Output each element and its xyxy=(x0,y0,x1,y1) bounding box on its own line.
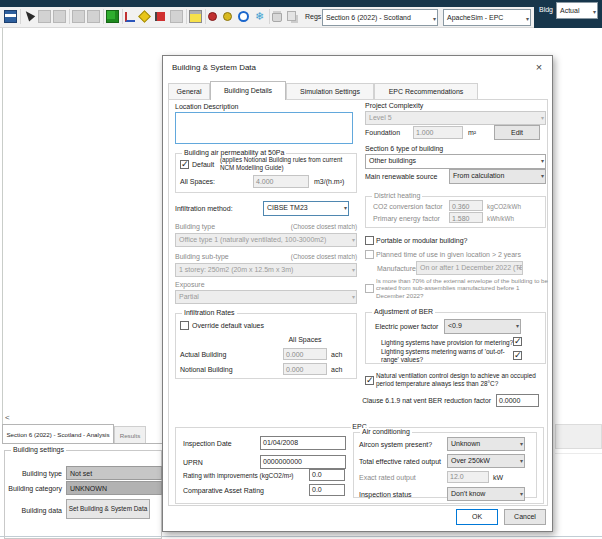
uprn-input[interactable]: 0000000000 xyxy=(260,455,346,469)
portable-modular-checkbox[interactable] xyxy=(365,236,374,245)
building-category-label: Building category xyxy=(0,485,62,492)
calendar-icon[interactable] xyxy=(189,10,202,23)
location-description-input[interactable] xyxy=(175,112,353,144)
rated-output-label: Total effective rated output xyxy=(359,458,441,465)
clock-icon[interactable] xyxy=(238,11,249,22)
key-red-icon[interactable] xyxy=(208,12,217,21)
notional-building-input[interactable]: 0.000 xyxy=(283,363,327,375)
section6-type-dropdown[interactable]: Other buildings xyxy=(365,154,546,169)
default-checkbox[interactable] xyxy=(180,160,189,169)
chevron-down-icon xyxy=(520,455,523,467)
bldg-label: Bldg xyxy=(539,6,553,13)
results-axis-icon[interactable] xyxy=(125,12,135,22)
chevron-down-icon xyxy=(526,12,529,26)
aircon-present-dropdown[interactable]: Unknown xyxy=(447,437,525,451)
chevron-down-icon xyxy=(352,291,355,303)
project-complexity-dropdown: Level 5 xyxy=(365,111,546,125)
set-building-system-data-button[interactable]: Set Building & System Data xyxy=(66,499,150,519)
aircon-present-label: Aircon system present? xyxy=(359,441,432,448)
chevron-down-icon xyxy=(352,234,355,246)
building-subtype-label: Building sub-type xyxy=(175,253,229,260)
tab-general[interactable]: General xyxy=(168,83,210,100)
metering-provision-checkbox[interactable] xyxy=(513,337,522,346)
simulate-icon[interactable] xyxy=(138,10,151,23)
building-system-data-dialog: Building & System Data × General Buildin… xyxy=(162,55,553,532)
toolbar-dark-area: Bldg Actual xyxy=(534,0,602,28)
snowflake-icon[interactable] xyxy=(253,10,266,23)
chevron-down-icon xyxy=(518,262,521,274)
chevron-down-icon xyxy=(593,5,596,19)
natvent-label: Natural ventilation control design to ac… xyxy=(376,372,550,387)
infiltration-rates-title: Infiltration Rates xyxy=(182,309,237,316)
all-spaces-input[interactable]: 4.000 xyxy=(253,175,309,188)
orbit-icon xyxy=(38,10,51,23)
inspection-status-dropdown[interactable]: Don't know xyxy=(447,487,525,501)
key-yellow-icon[interactable] xyxy=(223,12,232,21)
electric-power-factor-label: Electric power factor xyxy=(375,323,438,330)
rated-output-dropdown[interactable]: Over 250kW xyxy=(447,454,525,468)
all-spaces-unit: m3/(h.m²) xyxy=(314,178,344,185)
select-pointer-icon[interactable] xyxy=(23,9,36,22)
pan-icon xyxy=(53,10,66,23)
inspection-date-input[interactable]: 01/04/2008 xyxy=(260,436,346,450)
infiltration-method-dropdown[interactable]: CIBSE TM23 xyxy=(263,201,349,216)
natvent-checkbox[interactable] xyxy=(365,376,374,385)
marker-flag-icon[interactable] xyxy=(155,12,165,21)
override-default-checkbox[interactable] xyxy=(180,321,189,330)
chevron-down-icon xyxy=(520,488,523,500)
edit-button[interactable]: Edit xyxy=(494,125,540,140)
simulation-app-dropdown[interactable]: ApacheSim - EPC xyxy=(443,9,531,26)
foundation-unit: m² xyxy=(468,129,476,136)
co2-factor-label: CO2 conversion factor xyxy=(373,203,443,210)
metering-warns-checkbox[interactable] xyxy=(513,351,522,360)
building-type-label: Building type xyxy=(175,223,215,230)
section6-type-label: Section 6 type of building xyxy=(365,145,443,152)
building-subtype-dropdown: 1 storey: 250m2 (20m x 12.5m x 3m) xyxy=(175,263,357,277)
metering-provision-label: Lighting systems have provision for mete… xyxy=(381,339,513,346)
planned-time-checkbox xyxy=(365,250,374,259)
building-category-value: UNKNOWN xyxy=(66,481,162,495)
rating-improvements-label: Rating with improvements (kgCO2/m²) xyxy=(183,472,294,479)
model-view-icon[interactable] xyxy=(106,10,119,23)
report-icon xyxy=(170,10,183,23)
regs-dropdown[interactable]: Section 6 (2022) - Scotland xyxy=(322,9,438,26)
planned-time-label: Planned time of use in given location > … xyxy=(376,251,521,258)
building-type-value: Not set xyxy=(66,466,162,480)
foundation-label: Foundation xyxy=(365,129,400,136)
infiltration-method-label: Infiltration method: xyxy=(175,205,233,212)
pef-unit: kWh/kWh xyxy=(487,215,514,222)
cancel-button[interactable]: Cancel xyxy=(504,509,546,525)
regs-label: Regs xyxy=(305,13,321,20)
clause-input[interactable]: 0.0000 xyxy=(496,394,539,407)
tab-simulation-settings[interactable]: Simulation Settings xyxy=(286,83,374,100)
exposure-dropdown: Partial xyxy=(175,290,357,304)
comparative-rating-input[interactable]: 0.0 xyxy=(309,484,345,496)
save-icon[interactable] xyxy=(4,10,17,23)
close-icon[interactable]: × xyxy=(531,60,547,76)
building-data-label: Building data xyxy=(0,507,62,514)
adjustment-ber-title: Adjustment of BER xyxy=(372,308,435,315)
bldg-variant-dropdown[interactable]: Actual xyxy=(556,2,598,19)
tab-analysis[interactable]: Section 6 (2022) - Scotland - Analysis xyxy=(2,424,114,443)
copy-icon xyxy=(287,11,296,21)
actual-building-input[interactable]: 0.000 xyxy=(283,348,327,360)
tab-epc-recommendations[interactable]: EPC Recommendations xyxy=(374,83,478,100)
left-border-line xyxy=(2,28,3,426)
foundation-input[interactable]: 1.000 xyxy=(413,126,463,139)
building-type-hint: (Choose closest match) xyxy=(273,223,357,230)
renewable-source-dropdown[interactable]: From calculation xyxy=(449,169,546,184)
electric-power-factor-dropdown[interactable]: <0.9 xyxy=(444,319,521,334)
building-subtype-hint: (Choose closest match) xyxy=(273,253,357,260)
tab-results[interactable]: Results xyxy=(114,426,146,443)
manufactured-dropdown: On or after 1 December 2022 (TER xyxy=(416,261,523,275)
pef-label: Primary energy factor xyxy=(373,215,440,222)
rating-improvements-input[interactable]: 0.0 xyxy=(309,469,345,481)
panel-collapse-chevron[interactable]: < xyxy=(5,413,10,422)
all-spaces-col-header: All Spaces xyxy=(281,336,329,343)
comparative-rating-label: Comparative Asset Rating xyxy=(183,487,264,494)
tab-building-details[interactable]: Building Details xyxy=(210,81,286,100)
building-settings-title: Building settings xyxy=(11,446,66,453)
override-default-label: Override default values xyxy=(192,322,264,329)
ok-button[interactable]: OK xyxy=(456,509,498,525)
exposure-label: Exposure xyxy=(175,281,205,288)
